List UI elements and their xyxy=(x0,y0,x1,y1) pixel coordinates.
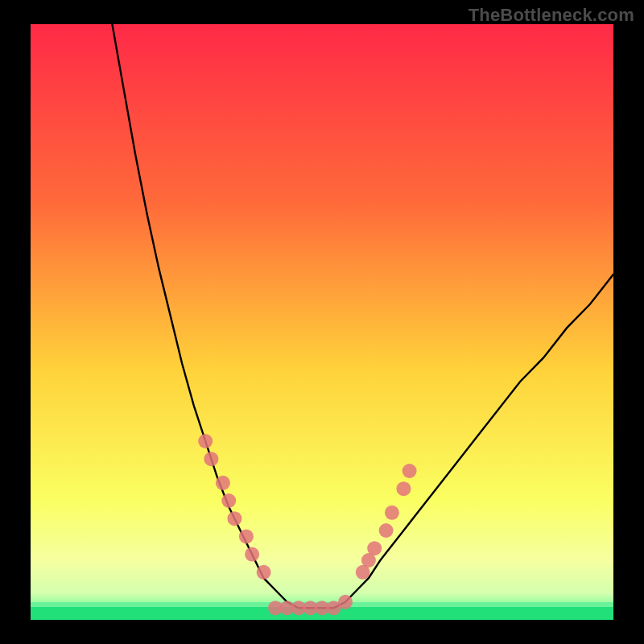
sample-dot xyxy=(402,464,417,478)
sample-dot xyxy=(396,481,411,496)
plot-area xyxy=(31,24,613,620)
sample-dot xyxy=(239,529,254,543)
chart-svg xyxy=(0,0,644,644)
sample-dot xyxy=(221,493,236,508)
sample-dot xyxy=(338,595,353,609)
sample-dot xyxy=(379,523,394,538)
sample-dot xyxy=(245,547,259,562)
sample-dot xyxy=(367,541,382,555)
sample-dot xyxy=(227,511,242,526)
sample-dot xyxy=(204,452,218,466)
chart-stage: TheBottleneck.com xyxy=(0,0,644,644)
sample-dot xyxy=(198,434,213,448)
sample-dot xyxy=(216,476,230,490)
sample-dot xyxy=(257,565,271,580)
sample-dot xyxy=(385,506,399,520)
